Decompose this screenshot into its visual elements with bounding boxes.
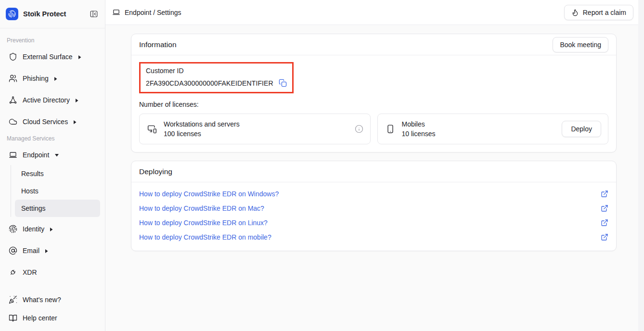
card-title: Information [139,40,177,49]
sidebar-subitem-settings[interactable]: Settings [15,200,100,217]
sidebar-item-label: External Surface [23,53,73,61]
sidebar-item-external-surface[interactable]: External Surface [6,49,100,65]
plug-icon [9,268,17,277]
sidebar-item-endpoint[interactable]: Endpoint [6,147,100,163]
book-meeting-button[interactable]: Book meeting [553,37,608,52]
stoik-logo [6,8,18,20]
chevron-right-icon [45,249,48,253]
sidebar-subitem-hosts[interactable]: Hosts [15,182,100,200]
scrollbar-gutter[interactable] [638,0,644,331]
book-open-icon [9,314,17,322]
license-title: Mobiles [402,120,555,128]
sidebar-subitem-results[interactable]: Results [15,165,100,182]
breadcrumb-text: Endpoint / Settings [125,9,181,16]
licenses-label: Number of licenses: [139,101,608,108]
license-text: Workstations and servers 100 licenses [164,120,348,138]
sidebar-item-label: Phishing [23,75,49,82]
sidebar-nav: Prevention External Surface Phishing Act… [0,28,105,292]
triangle-nodes-icon [9,96,17,104]
app-name: Stoïk Protect [23,10,84,18]
party-popper-icon [9,295,17,304]
chevron-right-icon [74,120,77,124]
license-row: Workstations and servers 100 licenses Mo… [139,114,608,144]
external-link-icon[interactable] [601,233,608,241]
page-content: Information Book meeting Customer ID 2FA… [105,25,638,331]
deploy-link-mac[interactable]: How to deploy CrowdStrike EDR on Mac? [139,204,264,212]
card-title: Deploying [139,167,172,176]
sidebar-item-label: What's new? [23,296,61,304]
external-link-icon[interactable] [601,219,608,227]
deploy-link-row-windows: How to deploy CrowdStrike EDR on Windows… [139,187,608,201]
info-icon[interactable] [355,125,363,133]
customer-id-value: 2FA390CDA300000000FAKEIDENTIFIER [146,79,273,87]
main-area: Endpoint / Settings Report a claim Infor… [105,0,638,331]
laptop-icon [112,8,120,16]
license-count: 10 licenses [402,130,555,138]
at-sign-icon [9,246,17,255]
flame-icon [571,9,579,16]
deploy-link-row-mobile: How to deploy CrowdStrike EDR on mobile? [139,230,608,244]
sidebar-footer: What's new? Help center [0,292,105,331]
sidebar-subitem-label: Results [21,170,44,178]
deploy-link-windows[interactable]: How to deploy CrowdStrike EDR on Windows… [139,190,279,198]
license-title: Workstations and servers [164,120,348,128]
sidebar-item-email[interactable]: Email [6,242,100,259]
deploy-links-list: How to deploy CrowdStrike EDR on Windows… [131,182,616,251]
sidebar-subitem-label: Settings [21,204,46,212]
report-claim-label: Report a claim [583,9,626,16]
section-label-managed-services: Managed Services [7,135,99,142]
sidebar-item-cloud-services[interactable]: Cloud Services [6,114,100,130]
smartphone-icon [386,124,395,134]
section-label-prevention: Prevention [7,37,99,44]
deploy-link-mobile[interactable]: How to deploy CrowdStrike EDR on mobile? [139,233,271,241]
information-card-body: Customer ID 2FA390CDA300000000FAKEIDENTI… [131,55,616,152]
monitor-smartphone-icon [147,124,157,134]
sidebar-item-identity[interactable]: Identity [6,221,100,237]
sidebar-item-label: Active Directory [23,96,70,104]
license-text: Mobiles 10 licenses [402,120,555,138]
book-meeting-label: Book meeting [560,41,601,49]
external-link-icon[interactable] [601,190,608,198]
deploy-label: Deploy [571,125,592,133]
sidebar-item-label: Email [23,247,39,255]
shield-icon [9,52,17,61]
customer-id-label: Customer ID [146,67,287,75]
laptop-icon [9,151,17,159]
mobiles-license-box: Mobiles 10 licenses Deploy [377,114,609,144]
chevron-right-icon [78,55,81,59]
fingerprint-icon [9,225,17,233]
sidebar-item-phishing[interactable]: Phishing [6,70,100,87]
information-card: Information Book meeting Customer ID 2FA… [131,34,617,153]
workstations-license-box: Workstations and servers 100 licenses [139,114,371,144]
chevron-right-icon [50,228,53,231]
sidebar-item-active-directory[interactable]: Active Directory [6,92,100,108]
collapse-sidebar-icon[interactable] [89,9,99,19]
information-card-header: Information Book meeting [131,34,616,55]
sidebar-item-xdr[interactable]: XDR [6,264,100,280]
report-claim-button[interactable]: Report a claim [564,5,633,20]
sidebar-item-label: Endpoint [23,151,49,159]
sidebar-subitem-label: Hosts [21,187,39,195]
chevron-right-icon [54,77,57,81]
sidebar-item-whats-new[interactable]: What's new? [6,292,100,308]
breadcrumb: Endpoint / Settings [112,8,181,16]
endpoint-submenu: Results Hosts Settings [11,165,100,217]
sidebar: Stoïk Protect Prevention External Surfac… [0,0,105,331]
sidebar-item-label: Help center [23,314,57,322]
customer-id-row: 2FA390CDA300000000FAKEIDENTIFIER [146,79,287,87]
deploy-button[interactable]: Deploy [562,121,601,137]
sidebar-item-label: Cloud Services [23,118,68,126]
deploying-card: Deploying How to deploy CrowdStrike EDR … [131,161,617,251]
license-count: 100 licenses [164,130,348,138]
top-bar: Endpoint / Settings Report a claim [105,0,638,25]
sidebar-item-label: XDR [23,268,37,276]
users-icon [9,74,17,83]
deploying-card-header: Deploying [131,161,616,182]
chevron-right-icon [76,99,78,102]
deploy-link-linux[interactable]: How to deploy CrowdStrike EDR on Linux? [139,219,268,227]
deploy-link-row-mac: How to deploy CrowdStrike EDR on Mac? [139,201,608,216]
sidebar-item-help-center[interactable]: Help center [6,310,100,326]
copy-icon[interactable] [279,79,287,87]
cloud-icon [9,117,17,126]
external-link-icon[interactable] [601,204,608,212]
